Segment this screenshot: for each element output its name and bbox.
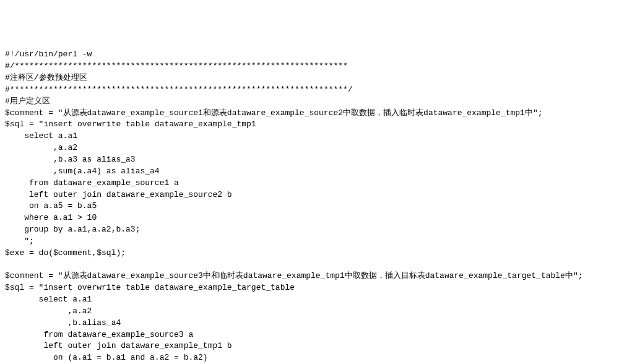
code-line: where a.a1 > 10 — [5, 212, 614, 224]
code-line: $sql = "insert overwrite table dataware_… — [5, 282, 614, 294]
code-line: ,sum(a.a4) as alias_a4 — [5, 166, 614, 178]
code-line: $sql = "insert overwrite table dataware_… — [5, 119, 614, 131]
code-line: ,b.alias_a4 — [5, 318, 614, 329]
code-line: select a.a1 — [5, 131, 614, 142]
code-line: #/**************************************… — [5, 61, 614, 72]
code-line: ,a.a2 — [5, 142, 614, 154]
code-block: #!/usr/bin/perl -w#/********************… — [5, 49, 614, 364]
code-line: ,a.a2 — [5, 306, 614, 318]
code-line — [5, 259, 614, 271]
code-line: from dataware_example_source1 a — [5, 178, 614, 189]
code-line: #***************************************… — [5, 84, 614, 96]
code-line: from dataware_example_source3 a — [5, 329, 614, 341]
code-line: "; — [5, 236, 614, 248]
code-line: $comment = "从源表dataware_example_source3中… — [5, 271, 614, 282]
code-line: left outer join dataware_example_source2… — [5, 189, 614, 201]
code-line: $exe = do($comment,$sql); — [5, 248, 614, 259]
code-line: select a.a1 — [5, 294, 614, 306]
code-line: $comment = "从源表dataware_example_source1和… — [5, 108, 614, 119]
code-line: ,b.a3 as alias_a3 — [5, 154, 614, 166]
code-line: group by a.a1,a.a2,b.a3; — [5, 224, 614, 236]
code-line: #注释区/参数预处理区 — [5, 72, 614, 84]
code-line: #用户定义区 — [5, 96, 614, 108]
code-line: on a.a5 = b.a5 — [5, 201, 614, 212]
code-line: on (a.a1 = b.a1 and a.a2 = b.a2) — [5, 352, 614, 364]
code-line: #!/usr/bin/perl -w — [5, 49, 614, 61]
code-line: left outer join dataware_example_tmp1 b — [5, 340, 614, 352]
